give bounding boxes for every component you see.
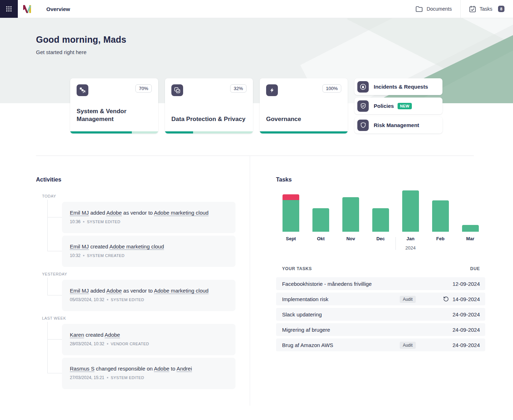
bar-segment-tasks [283, 200, 299, 232]
bar-segment-tasks [462, 225, 479, 232]
bar-segment-tasks [312, 208, 329, 232]
chart-slot-okt [306, 190, 336, 232]
nav-documents[interactable]: Documents [407, 0, 460, 18]
activity-link[interactable]: Adobe [107, 288, 122, 294]
activity-time: 10:32 [70, 253, 81, 258]
activity-link[interactable]: Karen [70, 332, 84, 338]
chart-bar-feb [432, 200, 449, 232]
task-title: Implementation risk [282, 296, 400, 302]
task-title: Slack updatering [282, 311, 400, 317]
chart-bar-jan [402, 190, 419, 232]
module-progress-fill [260, 131, 348, 133]
new-badge: NEW [398, 103, 412, 109]
module-card-data-protection-privacy[interactable]: 32%Data Protection & Privacy [165, 78, 253, 133]
activity-link[interactable]: Adobe [105, 332, 120, 338]
task-due-cell: 24-09-2024 [452, 311, 480, 317]
year-label: 2024 [395, 245, 425, 251]
task-due-cell: 24-09-2024 [452, 342, 480, 348]
task-due-cell: 14-09-2024 [443, 296, 480, 302]
activity-link[interactable]: Adobe marketing cloud [109, 243, 164, 250]
month-tick-label: Mar [455, 236, 485, 241]
timeline-day-label: TODAY [36, 194, 235, 198]
timeline-day-label: YESTERDAY [36, 272, 235, 276]
activity-entry[interactable]: Emil MJ created Adobe marketing cloud10:… [62, 236, 235, 267]
activity-meta: 28/03/2024, 10:32VENDOR CREATED [70, 341, 228, 346]
chart-bar-okt [312, 208, 329, 232]
bullet-dot [83, 221, 84, 222]
month-tick-label: Feb [425, 236, 455, 241]
activity-meta: 05/03/2024, 10:32SYSTEM EDITED [70, 297, 228, 302]
module-card-system-vendor-management[interactable]: 70%System & Vendor Management [70, 78, 158, 133]
module-links-stack: Incidents & RequestsPoliciesNEWRisk Mana… [354, 78, 442, 133]
greeting-subtitle: Get started right here [36, 49, 513, 55]
audit-badge: Audit [400, 342, 416, 349]
module-icon-tile [357, 120, 369, 131]
activity-link[interactable]: Adobe [154, 366, 169, 372]
activity-entry[interactable]: Emil MJ added Adobe as vendor to Adobe m… [62, 202, 235, 233]
task-row[interactable]: Brug af Amazon AWSAudit24-09-2024 [276, 338, 485, 351]
activity-entry[interactable]: Rasmus S changed responsible on Adobe to… [62, 358, 235, 389]
tasks-chart-axis: SeptOktNovDecJanFebMar2024 [276, 236, 485, 251]
module-link-label: Policies [374, 103, 394, 109]
task-row[interactable]: Slack updatering24-09-2024 [276, 308, 485, 321]
task-row[interactable]: Facebookhistorie - månedens frivillige12… [276, 277, 485, 290]
task-title: Brug af Amazon AWS [282, 342, 400, 348]
module-icon-tile [266, 84, 278, 96]
tasks-count-badge: 8 [498, 6, 504, 12]
bar-segment-tasks [372, 208, 389, 232]
data-protection-icon [174, 87, 180, 93]
module-progress-bar [70, 131, 158, 133]
activity-text: Emil MJ added Adobe as vendor to Adobe m… [70, 209, 228, 216]
task-due-date: 24-09-2024 [452, 342, 480, 348]
app-switcher-button[interactable] [0, 0, 18, 18]
module-link-risk-management[interactable]: Risk Management [354, 117, 442, 133]
activity-link[interactable]: Emil MJ [70, 288, 89, 294]
incident-icon [360, 84, 366, 90]
task-row[interactable]: Migrering af brugere24-09-2024 [276, 323, 485, 336]
task-row[interactable]: Implementation riskAudit14-09-2024 [276, 293, 485, 305]
governance-icon [269, 88, 275, 93]
bullet-dot [107, 377, 108, 378]
tasks-panel: Tasks SeptOktNovDecJanFebMar2024 YOUR TA… [250, 156, 485, 406]
module-card-title: System & Vendor Management [77, 107, 152, 127]
activity-link[interactable]: Adobe [107, 210, 122, 216]
activity-entry[interactable]: Karen created Adobe28/03/2024, 10:32VEND… [62, 324, 235, 355]
completion-percent-badge: 70% [135, 84, 152, 93]
module-card-governance[interactable]: 100%Governance [260, 78, 348, 133]
bar-segment-tasks [402, 190, 419, 232]
chart-slot-nov [336, 190, 366, 232]
activity-type: VENDOR CREATED [111, 342, 149, 346]
activity-type: SYSTEM CREATED [87, 253, 125, 258]
activity-time: 27/03/2024, 15:21 [70, 375, 104, 380]
activities-timeline: TODAYEmil MJ added Adobe as vendor to Ad… [36, 194, 235, 389]
activity-meta: 10:36SYSTEM EDITED [70, 219, 228, 224]
activity-link[interactable]: Adobe marketing cloud [154, 288, 208, 294]
task-badge-cell: Audit [400, 342, 416, 348]
month-tick-label: Dec [366, 236, 395, 241]
month-tick-label: Jan [395, 236, 425, 241]
activity-plain-text: changed responsible on [94, 366, 154, 372]
activities-panel: Activities TODAYEmil MJ added Adobe as v… [36, 156, 250, 406]
topbar: Overview Documents Tasks 8 [0, 0, 513, 18]
bar-segment-overdue [283, 194, 299, 200]
nav-tasks[interactable]: Tasks 8 [461, 0, 513, 18]
year-divider-line [395, 237, 396, 250]
module-link-policies[interactable]: PoliciesNEW [354, 98, 442, 114]
activity-link[interactable]: Rasmus S [70, 366, 94, 372]
activity-link[interactable]: Adobe marketing cloud [154, 210, 208, 216]
activity-link[interactable]: Emil MJ [70, 243, 89, 250]
chart-slot-sept [276, 190, 306, 232]
activity-link[interactable]: Andrei [176, 366, 192, 372]
nav-documents-label: Documents [426, 6, 452, 12]
activity-link[interactable]: Emil MJ [70, 210, 89, 216]
chart-bar-dec [372, 208, 389, 232]
brand-logo[interactable] [18, 0, 36, 18]
module-link-incidents-requests[interactable]: Incidents & Requests [354, 78, 442, 95]
activity-type: SYSTEM EDITED [87, 220, 120, 224]
bar-segment-tasks [342, 197, 359, 232]
nav-tasks-label: Tasks [480, 6, 492, 12]
chart-slot-mar [455, 190, 485, 232]
activity-entry[interactable]: Emil MJ added Adobe as vendor to Adobe m… [62, 280, 235, 311]
task-badge-cell: Audit [400, 296, 416, 302]
calendar-check-icon [469, 6, 476, 12]
